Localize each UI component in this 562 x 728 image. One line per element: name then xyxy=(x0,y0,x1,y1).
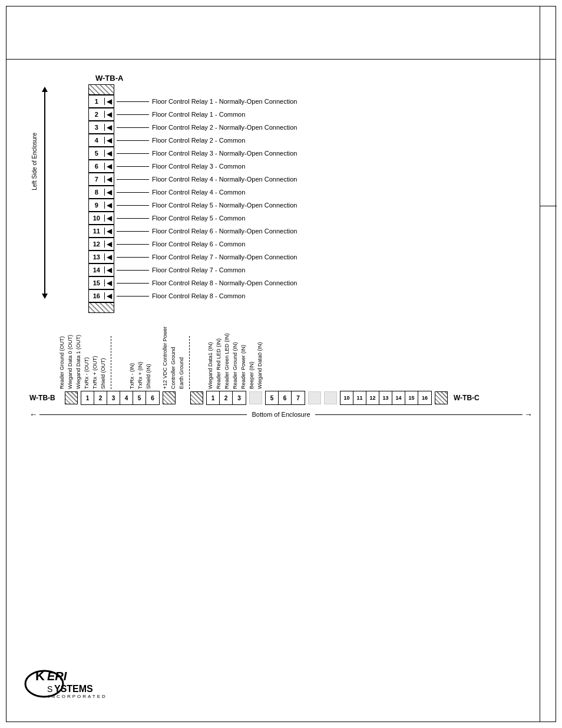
term-arrow-1: ◀ xyxy=(105,97,114,106)
svg-text:YSTEMS: YSTEMS xyxy=(54,684,93,694)
wire-line-13 xyxy=(117,257,149,258)
wire-line-9 xyxy=(117,205,149,206)
wire-line-10 xyxy=(117,218,149,219)
power-labels-group: +12 VDC Controller Power Controller Grou… xyxy=(162,336,189,389)
keri-logo: K ERI S YSTEMS INCORPORATED xyxy=(24,667,130,700)
term-num-10: 10 xyxy=(89,215,105,222)
wtbb-label: W-TB-B xyxy=(29,394,62,402)
lbl-beeper-in: Beeper (IN) xyxy=(249,336,254,389)
lbl-wd0-in: Wiegand Data0 (IN) xyxy=(257,336,263,389)
left-arrow-vert xyxy=(40,87,49,299)
terminal-row-5: 5◀ xyxy=(88,147,114,160)
terminal-row-4: 4◀ xyxy=(88,134,114,147)
term-arrow-5: ◀ xyxy=(105,149,114,157)
left-side-label: Left Side of Enclosure xyxy=(31,133,38,190)
arrow-down-icon xyxy=(42,294,48,299)
right-arrow-icon: → xyxy=(524,410,533,419)
term-num-3: 3 xyxy=(89,124,105,131)
wire-row-8: Floor Control Relay 4 - Common xyxy=(117,186,423,199)
svg-text:ERI: ERI xyxy=(47,670,67,683)
block-power: 5 6 7 xyxy=(265,391,305,405)
svg-text:K: K xyxy=(35,668,45,683)
term-arrow-16: ◀ xyxy=(105,292,114,300)
wire-row-10: Floor Control Relay 5 - Common xyxy=(117,212,423,225)
empty-4 xyxy=(249,391,262,404)
top-hatch-connector xyxy=(88,84,114,95)
term-c-11: 11 xyxy=(353,391,366,404)
lbl-txrx-plus-out: TxRx + (OUT) xyxy=(92,336,98,389)
wire-row-16: Floor Control Relay 8 - Common xyxy=(117,289,423,302)
terminal-row-10: 10◀ xyxy=(88,212,114,225)
arrow-vert-line xyxy=(44,92,45,294)
terminal-row-2: 2◀ xyxy=(88,108,114,121)
wire-label-9: Floor Control Relay 5 - Normally-Open Co… xyxy=(152,202,297,209)
term-b-2: 2 xyxy=(94,391,107,404)
term-mid-2: 2 xyxy=(220,391,233,404)
wire-label-3: Floor Control Relay 2 - Normally-Open Co… xyxy=(152,124,297,131)
left-hatch-b xyxy=(65,391,78,404)
block-b-left: 1 2 3 4 5 6 xyxy=(81,391,160,405)
bottom-line-left xyxy=(39,414,247,415)
term-arrow-7: ◀ xyxy=(105,175,114,183)
block-mid: 1 2 3 xyxy=(206,391,246,405)
term-num-4: 4 xyxy=(89,137,105,144)
term-c-13: 13 xyxy=(379,391,392,404)
wire-line-1 xyxy=(117,101,149,102)
wire-label-11: Floor Control Relay 6 - Normally-Open Co… xyxy=(152,228,297,235)
terminal-row-6: 6◀ xyxy=(88,160,114,173)
empty-9 xyxy=(324,391,337,404)
term-arrow-10: ◀ xyxy=(105,214,114,222)
wire-label-6: Floor Control Relay 3 - Common xyxy=(152,163,245,170)
wire-label-13: Floor Control Relay 7 - Normally-Open Co… xyxy=(152,253,297,261)
term-pwr-7: 7 xyxy=(292,391,305,404)
lbl-wd0-out: Wiegand Data 0 (OUT) xyxy=(67,336,73,389)
term-num-15: 15 xyxy=(89,279,105,286)
right-sidebar xyxy=(540,6,556,722)
dashed-line-1 xyxy=(111,336,111,389)
term-num-16: 16 xyxy=(89,292,105,299)
term-arrow-14: ◀ xyxy=(105,266,114,274)
wire-label-14: Floor Control Relay 7 - Common xyxy=(152,266,245,274)
wire-row-5: Floor Control Relay 3 - Normally-Open Co… xyxy=(117,147,423,160)
term-num-9: 9 xyxy=(89,202,105,209)
term-arrow-15: ◀ xyxy=(105,279,114,287)
terminal-row-3: 3◀ xyxy=(88,121,114,134)
wire-line-4 xyxy=(117,140,149,141)
wire-row-7: Floor Control Relay 4 - Normally-Open Co… xyxy=(117,173,423,186)
left-arrow-icon: ← xyxy=(29,410,38,419)
term-arrow-9: ◀ xyxy=(105,201,114,209)
term-c-16: 16 xyxy=(418,391,431,404)
term-c-14: 14 xyxy=(392,391,405,404)
mid-labels-group: TxRx - (IN) TxRx + (IN) Shield (IN) xyxy=(129,336,156,389)
term-num-2: 2 xyxy=(89,111,105,118)
wire-label-10: Floor Control Relay 5 - Common xyxy=(152,215,245,222)
term-b-6: 6 xyxy=(146,391,159,404)
lbl-wd1-out: Wiegand Data 1 (OUT) xyxy=(75,336,81,389)
term-b-3: 3 xyxy=(107,391,120,404)
logo-section: K ERI S YSTEMS INCORPORATED xyxy=(24,667,130,701)
wire-row-1: Floor Control Relay 1 - Normally-Open Co… xyxy=(117,95,423,108)
wire-row-4: Floor Control Relay 2 - Common xyxy=(117,134,423,147)
wire-line-16 xyxy=(117,296,149,297)
lbl-12vdc: +12 VDC Controller Power xyxy=(162,336,168,389)
bottom-enclosure-label: Bottom of Enclosure xyxy=(252,411,310,418)
right-labels-group: Wiegand Data1 (IN) Reader Red LED (IN) R… xyxy=(207,336,263,389)
bottom-hatch-connector xyxy=(88,302,114,313)
wire-row-11: Floor Control Relay 6 - Normally-Open Co… xyxy=(117,225,423,238)
terminal-row-15: 15◀ xyxy=(88,276,114,289)
terminal-row-9: 9◀ xyxy=(88,199,114,212)
lbl-rg-out: Reader Ground (OUT) xyxy=(59,336,65,389)
term-arrow-3: ◀ xyxy=(105,123,114,131)
wire-labels: Floor Control Relay 1 - Normally-Open Co… xyxy=(117,95,423,302)
lbl-earth-gnd: Earth Ground xyxy=(178,336,184,389)
wire-label-5: Floor Control Relay 3 - Normally-Open Co… xyxy=(152,150,297,157)
lbl-rrl-in: Reader Red LED (IN) xyxy=(216,336,222,389)
lbl-ctrl-gnd: Controller Ground xyxy=(170,336,176,389)
term-arrow-13: ◀ xyxy=(105,253,114,261)
wire-label-16: Floor Control Relay 8 - Common xyxy=(152,292,245,299)
terminal-row-7: 7◀ xyxy=(88,173,114,186)
wire-line-5 xyxy=(117,153,149,154)
terminal-row-1: 1◀ xyxy=(88,95,114,108)
wire-label-12: Floor Control Relay 6 - Common xyxy=(152,241,245,248)
term-arrow-11: ◀ xyxy=(105,227,114,235)
